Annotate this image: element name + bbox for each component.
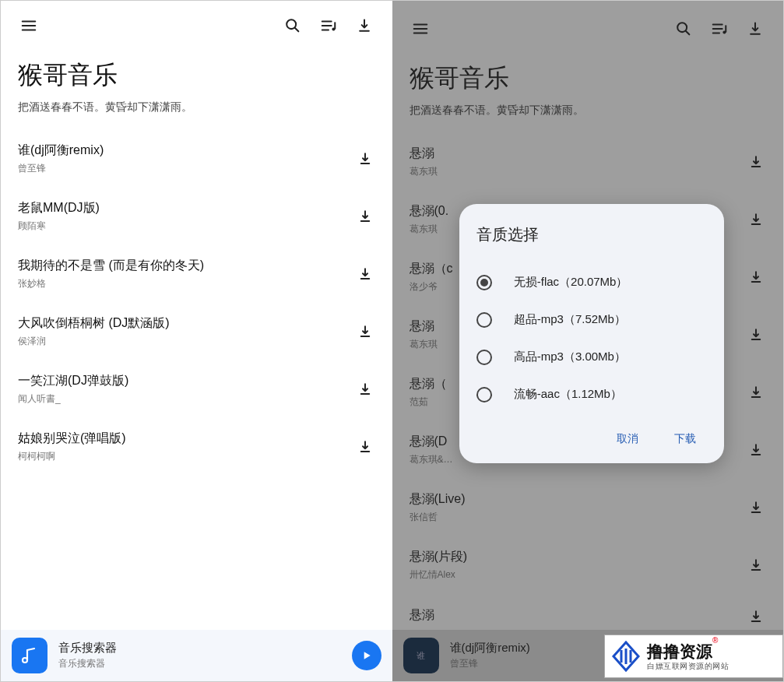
topbar-right xyxy=(392,1,784,54)
song-download-button[interactable] xyxy=(746,440,766,460)
song-row[interactable]: 姑娘别哭泣(弹唱版)柯柯柯啊 xyxy=(1,418,392,476)
dialog-actions: 取消 下载 xyxy=(476,413,707,451)
song-download-button[interactable] xyxy=(746,382,766,403)
watermark-logo-icon xyxy=(610,640,642,673)
album-cover: 谁 xyxy=(403,638,439,673)
header-right: 猴哥音乐 把酒送春春不语。黄昏却下潇潇雨。 xyxy=(392,54,784,133)
song-download-button[interactable] xyxy=(355,149,375,169)
song-info: 悬溺(片段)卅忆情Alex xyxy=(410,549,740,582)
song-download-button[interactable] xyxy=(746,209,766,230)
song-info: 悬溺葛东琪 xyxy=(410,146,740,178)
app-title: 猴哥音乐 xyxy=(18,58,375,93)
player-info: 音乐搜索器 音乐搜索器 xyxy=(58,641,352,670)
radio-icon xyxy=(476,387,492,403)
search-icon[interactable] xyxy=(670,15,698,43)
song-title: 姑娘别哭泣(弹唱版) xyxy=(18,431,349,447)
song-row[interactable]: 悬溺 xyxy=(392,594,784,630)
menu-icon[interactable] xyxy=(15,12,43,40)
player-bar-left[interactable]: 音乐搜索器 音乐搜索器 xyxy=(1,630,392,681)
play-button[interactable] xyxy=(352,641,381,670)
song-artist: 卅忆情Alex xyxy=(410,568,740,582)
app-subtitle: 把酒送春春不语。黄昏却下潇潇雨。 xyxy=(18,100,375,114)
song-info: 老鼠MM(DJ版)顾陌寒 xyxy=(18,200,349,233)
song-row[interactable]: 一笑江湖(DJ弹鼓版)闻人听書_ xyxy=(1,360,392,418)
song-artist: 张妙格 xyxy=(18,277,349,290)
quality-option[interactable]: 无损-flac（20.07Mb） xyxy=(476,264,707,301)
menu-icon[interactable] xyxy=(406,15,434,43)
song-info: 大风吹倒梧桐树 (DJ默涵版)侯泽润 xyxy=(18,315,349,348)
song-title: 悬溺(片段) xyxy=(410,549,740,565)
song-row[interactable]: 谁(dj阿衡remix)曾至锋 xyxy=(1,130,392,188)
song-artist: 侯泽润 xyxy=(18,335,349,348)
search-icon[interactable] xyxy=(279,12,307,40)
player-title: 音乐搜索器 xyxy=(58,641,352,656)
music-note-icon xyxy=(12,638,47,673)
playlist-icon[interactable] xyxy=(315,12,343,40)
song-info: 谁(dj阿衡remix)曾至锋 xyxy=(18,142,349,175)
cancel-button[interactable]: 取消 xyxy=(613,427,642,451)
dialog-title: 音质选择 xyxy=(476,224,707,245)
song-download-button[interactable] xyxy=(746,267,766,287)
song-artist: 葛东琪 xyxy=(410,165,740,178)
song-title: 谁(dj阿衡remix) xyxy=(18,142,349,159)
song-artist: 张信哲 xyxy=(410,511,740,524)
radio-icon xyxy=(476,312,492,328)
radio-icon xyxy=(476,275,492,290)
song-download-button[interactable] xyxy=(746,606,766,627)
quality-option-label: 超品-mp3（7.52Mb） xyxy=(514,312,626,327)
watermark-reg: ® xyxy=(712,636,718,645)
quality-option-label: 高品-mp3（3.00Mb） xyxy=(514,350,626,364)
right-pane: 猴哥音乐 把酒送春春不语。黄昏却下潇潇雨。 悬溺葛东琪悬溺(0.葛东琪悬溺（c洛… xyxy=(392,1,784,681)
song-download-button[interactable] xyxy=(746,497,766,518)
song-download-button[interactable] xyxy=(355,322,375,342)
song-info: 一笑江湖(DJ弹鼓版)闻人听書_ xyxy=(18,373,349,406)
quality-option[interactable]: 流畅-aac（1.12Mb） xyxy=(476,376,707,413)
watermark-subtitle: 白嫖互联网资源的网站 xyxy=(647,662,729,671)
song-title: 一笑江湖(DJ弹鼓版) xyxy=(18,373,349,389)
quality-option[interactable]: 高品-mp3（3.00Mb） xyxy=(476,339,707,376)
song-artist: 顾陌寒 xyxy=(18,220,349,233)
song-info: 悬溺(Live)张信哲 xyxy=(410,491,740,524)
quality-option-label: 无损-flac（20.07Mb） xyxy=(514,275,628,290)
left-pane: 猴哥音乐 把酒送春春不语。黄昏却下潇潇雨。 谁(dj阿衡remix)曾至锋老鼠M… xyxy=(1,1,392,681)
song-row[interactable]: 悬溺(Live)张信哲 xyxy=(392,479,784,536)
song-download-button[interactable] xyxy=(355,206,375,227)
song-info: 姑娘别哭泣(弹唱版)柯柯柯啊 xyxy=(18,431,349,463)
song-row[interactable]: 老鼠MM(DJ版)顾陌寒 xyxy=(1,188,392,245)
download-icon[interactable] xyxy=(350,12,378,40)
song-download-button[interactable] xyxy=(355,264,375,284)
song-download-button[interactable] xyxy=(355,437,375,457)
playlist-icon[interactable] xyxy=(705,15,733,43)
radio-icon xyxy=(476,350,492,365)
song-artist: 闻人听書_ xyxy=(18,392,349,406)
quality-dialog: 音质选择 无损-flac（20.07Mb）超品-mp3（7.52Mb）高品-mp… xyxy=(459,204,724,463)
watermark-title: 撸撸资源 xyxy=(647,642,712,660)
song-artist: 曾至锋 xyxy=(18,162,349,175)
download-button[interactable]: 下载 xyxy=(671,427,699,451)
song-download-button[interactable] xyxy=(746,555,766,575)
song-title: 悬溺 xyxy=(410,146,740,162)
song-row[interactable]: 我期待的不是雪 (而是有你的冬天)张妙格 xyxy=(1,245,392,303)
song-title: 大风吹倒梧桐树 (DJ默涵版) xyxy=(18,315,349,332)
song-download-button[interactable] xyxy=(746,152,766,172)
topbar-left xyxy=(1,1,392,51)
song-title: 悬溺 xyxy=(410,607,740,624)
song-title: 我期待的不是雪 (而是有你的冬天) xyxy=(18,258,349,274)
song-download-button[interactable] xyxy=(355,379,375,399)
header-left: 猴哥音乐 把酒送春春不语。黄昏却下潇潇雨。 xyxy=(1,51,392,130)
download-icon[interactable] xyxy=(741,15,769,43)
player-subtitle: 音乐搜索器 xyxy=(58,657,352,670)
song-title: 悬溺(Live) xyxy=(410,491,740,508)
song-title: 老鼠MM(DJ版) xyxy=(18,200,349,216)
song-row[interactable]: 悬溺(片段)卅忆情Alex xyxy=(392,536,784,594)
song-row[interactable]: 大风吹倒梧桐树 (DJ默涵版)侯泽润 xyxy=(1,303,392,360)
song-info: 悬溺 xyxy=(410,607,740,627)
song-list-left[interactable]: 谁(dj阿衡remix)曾至锋老鼠MM(DJ版)顾陌寒我期待的不是雪 (而是有你… xyxy=(1,130,392,630)
quality-option-label: 流畅-aac（1.12Mb） xyxy=(514,387,622,402)
app-subtitle: 把酒送春春不语。黄昏却下潇潇雨。 xyxy=(410,104,767,118)
song-artist: 柯柯柯啊 xyxy=(18,450,349,463)
watermark: 撸撸资源® 白嫖互联网资源的网站 xyxy=(604,635,783,678)
song-row[interactable]: 悬溺葛东琪 xyxy=(392,133,784,191)
song-download-button[interactable] xyxy=(746,325,766,345)
quality-option[interactable]: 超品-mp3（7.52Mb） xyxy=(476,301,707,339)
